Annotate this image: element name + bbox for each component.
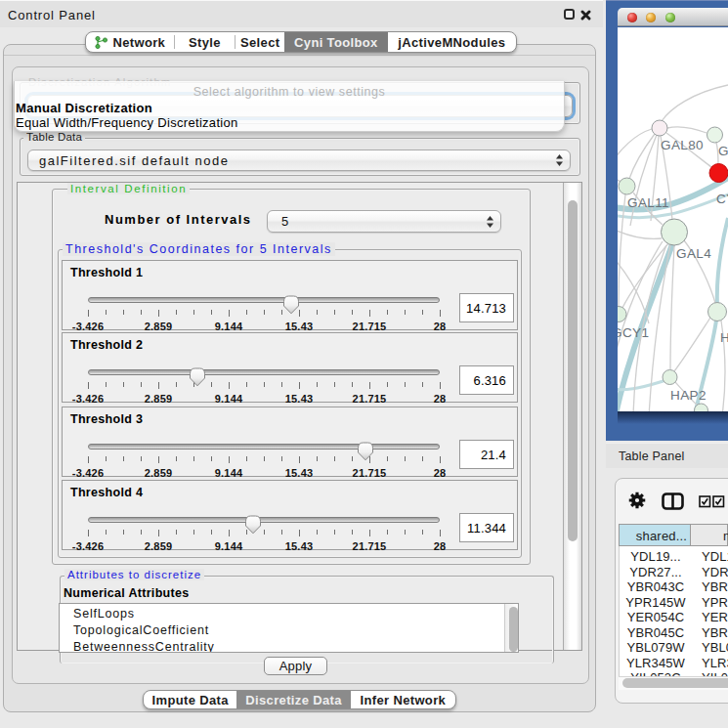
svg-text:GAL80: GAL80 [661, 138, 704, 152]
svg-text:CY: CY [716, 192, 728, 206]
svg-text:GA: GA [718, 144, 728, 158]
svg-text:GCY1: GCY1 [618, 325, 649, 340]
svg-text:GAL11: GAL11 [627, 195, 669, 210]
svg-text:HA: HA [720, 330, 728, 345]
svg-text:HAP2: HAP2 [670, 388, 707, 403]
svg-text:GAL4: GAL4 [676, 246, 711, 261]
